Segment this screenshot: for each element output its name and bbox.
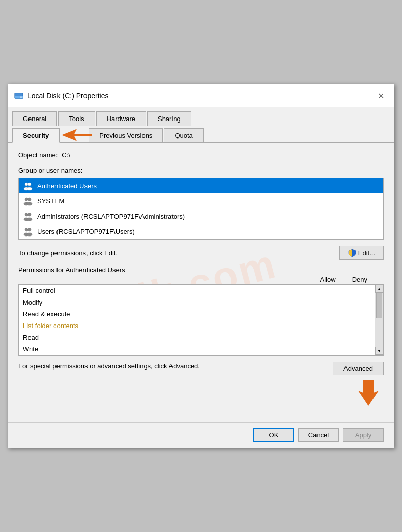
svg-point-5: [28, 183, 31, 186]
apply-button[interactable]: Apply: [343, 428, 384, 442]
perm-row-read: Read: [19, 332, 383, 343]
ok-button[interactable]: OK: [253, 428, 294, 442]
user-name-users: Users (RCSLAPTOP971F\Users): [37, 228, 135, 235]
tab-sharing[interactable]: Sharing: [147, 111, 191, 126]
perm-row-write: Write: [19, 343, 383, 355]
edit-button[interactable]: Edit...: [339, 246, 384, 260]
svg-point-19: [27, 233, 32, 236]
user-name-system: SYSTEM: [37, 197, 64, 205]
perm-row-full-control: Full control: [19, 285, 383, 297]
svg-point-2: [20, 96, 22, 98]
advanced-arrow-annotation: [353, 380, 384, 406]
bottom-bar: OK Cancel Apply: [8, 422, 394, 448]
deny-column-header: Deny: [352, 276, 367, 283]
advanced-row: For special permissions or advanced sett…: [18, 362, 384, 406]
object-name-row: Object name: C:\: [18, 151, 384, 159]
user-item-users[interactable]: Users (RCSLAPTOP971F\Users): [19, 224, 383, 239]
arrow-annotation: [62, 128, 92, 143]
users-icon-administrators: [23, 211, 33, 221]
svg-marker-20: [358, 380, 379, 406]
svg-point-17: [28, 228, 31, 231]
shield-uac-icon: [348, 249, 356, 257]
scroll-up-button[interactable]: ▲: [375, 285, 383, 293]
title-bar: Local Disk (C:) Properties ✕: [8, 84, 394, 107]
permissions-header: Permissions for Authenticated Users: [18, 266, 384, 274]
user-name-authenticated: Authenticated Users: [37, 182, 97, 190]
svg-point-4: [25, 183, 28, 186]
svg-point-12: [25, 213, 28, 216]
svg-point-16: [25, 228, 28, 231]
perm-row-read-execute: Read & execute: [19, 308, 383, 320]
users-icon-users: [23, 226, 33, 237]
tabs-row1: General Tools Hardware Sharing: [8, 107, 394, 126]
cancel-button[interactable]: Cancel: [298, 428, 339, 442]
tab-tools[interactable]: Tools: [58, 111, 95, 126]
allow-column-header: Allow: [320, 276, 336, 283]
main-content: dk.com Object name: C:\ Group or user na…: [8, 143, 394, 422]
svg-point-15: [27, 218, 32, 221]
user-list: Authenticated Users SYSTEM Admin: [18, 178, 384, 240]
permissions-columns: Allow Deny: [18, 276, 384, 283]
advanced-button[interactable]: Advanced: [333, 362, 384, 375]
svg-point-8: [25, 198, 28, 201]
tabs-row2: Security Previous Versions Quota: [8, 126, 394, 143]
edit-row: To change permissions, click Edit. Edit.…: [18, 246, 384, 260]
group-section-label: Group or user names:: [18, 167, 384, 174]
drive-icon: [14, 91, 23, 100]
user-item-administrators[interactable]: Administrators (RCSLAPTOP971F\Administra…: [19, 209, 383, 224]
svg-marker-3: [62, 129, 92, 141]
users-icon-authenticated: [23, 181, 33, 191]
permissions-table: Full control Modify Read & execute List …: [18, 284, 384, 356]
tab-security[interactable]: Security: [12, 128, 60, 143]
users-icon-system: [23, 196, 33, 206]
perm-row-modify: Modify: [19, 297, 383, 308]
svg-point-11: [27, 202, 32, 205]
edit-description: To change permissions, click Edit.: [18, 249, 335, 257]
scrollbar-thumb[interactable]: [376, 293, 382, 318]
close-button[interactable]: ✕: [374, 88, 388, 103]
scroll-down-button[interactable]: ▼: [375, 347, 383, 355]
user-item-system[interactable]: SYSTEM: [19, 193, 383, 209]
window-title: Local Disk (C:) Properties: [27, 92, 109, 100]
svg-point-13: [28, 213, 31, 216]
tab-quota[interactable]: Quota: [164, 128, 203, 142]
object-name-label: Object name:: [18, 151, 58, 159]
user-name-administrators: Administrators (RCSLAPTOP971F\Administra…: [37, 213, 185, 220]
user-item-authenticated[interactable]: Authenticated Users: [19, 178, 383, 193]
tab-general[interactable]: General: [12, 111, 57, 126]
svg-point-7: [27, 187, 32, 190]
svg-point-9: [28, 198, 31, 201]
permissions-scrollbar[interactable]: ▲ ▼: [375, 285, 383, 355]
properties-window: Local Disk (C:) Properties ✕ General Too…: [8, 84, 394, 448]
object-name-value: C:\: [62, 151, 70, 159]
tab-hardware[interactable]: Hardware: [96, 111, 146, 126]
advanced-description: For special permissions or advanced sett…: [18, 362, 327, 371]
perm-row-list-folder: List folder contents: [19, 320, 383, 332]
tab-previous-versions[interactable]: Previous Versions: [89, 128, 163, 142]
